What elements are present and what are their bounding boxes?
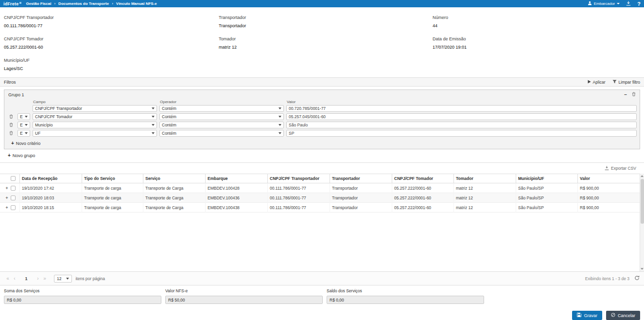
vertical-scrollbar[interactable]: [640, 174, 644, 271]
field-select[interactable]: CNPJ/CPF Tomador: [33, 113, 157, 120]
field-tomador: Tomador matriz 12: [219, 36, 433, 50]
save-icon: [577, 313, 581, 318]
cell-cnpj-transportador: 00.111.786/0001-77: [267, 193, 330, 203]
delete-criterion-button[interactable]: [7, 123, 15, 128]
field-cnpj-tomador: CNPJ/CPF Tomador 05.257.222/0001-60: [4, 36, 219, 50]
criteria-column-labels: Campo Operador Valor: [7, 100, 637, 104]
scroll-up-button[interactable]: [640, 174, 644, 178]
field-select[interactable]: Município: [33, 122, 157, 128]
filter-group-body: Campo Operador Valor CNPJ/CPF Transporta…: [4, 98, 640, 149]
column-header-embarque[interactable]: Embarque: [205, 174, 267, 183]
column-header-valor[interactable]: Valor: [577, 174, 644, 183]
logic-select[interactable]: E: [17, 122, 30, 128]
cell-tipo-servico: Transporte de carga: [82, 183, 143, 193]
column-header-cnpj-tomador[interactable]: CNPJ/CPF Tomador: [392, 174, 453, 183]
column-label-valor: Valor: [286, 100, 637, 104]
arrow-down-icon: [641, 268, 644, 270]
criterion-value-input[interactable]: [286, 122, 637, 128]
caret-down-icon: [152, 132, 155, 134]
cell-municipio-uf: São Paulo/SP: [516, 193, 577, 203]
app-logo: idFrete: [3, 1, 18, 6]
table-row[interactable]: + 19/10/2020 17:42 Transporte de carga T…: [0, 183, 644, 193]
select-all-checkbox[interactable]: [11, 176, 16, 181]
column-header-municipio-uf[interactable]: Município/UF: [516, 174, 577, 183]
refresh-button[interactable]: [634, 275, 640, 282]
expand-row-button[interactable]: +: [3, 186, 11, 191]
top-navigation-bar: idFrete Gestão Fiscal › Documentos do Tr…: [0, 0, 644, 7]
scrollbar-thumb[interactable]: [641, 179, 644, 224]
caret-down-icon: [25, 116, 28, 118]
field-label: Tomador: [219, 36, 433, 41]
caret-down-icon: [278, 124, 281, 126]
logic-select[interactable]: E: [17, 113, 30, 120]
criterion-value-input[interactable]: [286, 105, 637, 112]
total-value-input: [327, 296, 484, 304]
action-buttons: Gravar Cancelar: [0, 308, 644, 320]
scroll-down-button[interactable]: [640, 267, 644, 271]
profile-menu[interactable]: Embarcador: [588, 1, 620, 6]
help-button[interactable]: ?: [637, 1, 641, 7]
logic-select[interactable]: E: [17, 130, 30, 137]
add-group-label: Novo grupo: [13, 153, 35, 158]
criterion-value-input[interactable]: [286, 113, 637, 120]
operator-select[interactable]: Contém: [159, 113, 284, 120]
apply-filter-button[interactable]: Aplicar: [588, 80, 606, 85]
field-value: 00.111.786/0001-77: [4, 23, 219, 28]
filters-actions: Aplicar Limpar filtro: [588, 80, 640, 85]
caret-down-icon: [152, 124, 155, 126]
total-soma-servicos: Soma dos Serviços: [4, 288, 161, 304]
breadcrumb-item-documentos-transporte[interactable]: Documentos do Transporte: [58, 1, 109, 6]
grid-empty-space: [0, 213, 644, 271]
logo-mark-icon: [19, 2, 21, 4]
total-label: Soma dos Serviços: [4, 288, 161, 293]
delete-group-button[interactable]: [632, 92, 636, 97]
row-checkbox[interactable]: [11, 186, 16, 191]
field-select[interactable]: UF: [33, 130, 157, 137]
cell-data-recepcao: 19/10/2020 18:15: [19, 203, 82, 213]
column-header-data-recepcao[interactable]: Data de Recepção: [19, 174, 82, 183]
column-header-tipo-servico[interactable]: Tipo do Serviço: [82, 174, 143, 183]
table-row[interactable]: + 19/10/2020 18:03 Transporte de carga T…: [0, 193, 644, 203]
cell-cnpj-tomador: 05.257.222/0001-60: [392, 193, 453, 203]
cell-cnpj-transportador: 00.111.786/0001-77: [267, 203, 330, 213]
export-csv-button[interactable]: Exportar CSV: [0, 163, 644, 174]
operator-select[interactable]: Contém: [159, 130, 284, 137]
current-page-button[interactable]: 1: [22, 276, 31, 281]
cell-tomador: matriz 12: [453, 183, 516, 193]
criterion-value-input[interactable]: [286, 130, 637, 137]
field-label: Transportador: [219, 15, 433, 20]
delete-criterion-button[interactable]: [7, 114, 15, 120]
last-page-button[interactable]: »: [41, 276, 48, 281]
breadcrumb-item-gestao-fiscal[interactable]: Gestão Fiscal: [26, 1, 51, 6]
column-header-tomador[interactable]: Tomador: [453, 174, 516, 183]
download-icon: [626, 1, 631, 7]
column-header-servico[interactable]: Serviço: [143, 174, 205, 183]
next-page-button[interactable]: ›: [35, 276, 41, 281]
operator-select[interactable]: Contém: [159, 122, 284, 128]
row-checkbox[interactable]: [11, 205, 16, 210]
first-page-button[interactable]: «: [4, 276, 11, 281]
download-button[interactable]: [626, 1, 631, 7]
save-button[interactable]: Gravar: [572, 311, 602, 320]
cancel-button[interactable]: Cancelar: [606, 311, 640, 320]
filter-icon: [612, 80, 617, 85]
cell-tomador: matriz 12: [453, 203, 516, 213]
row-checkbox[interactable]: [11, 196, 16, 200]
clear-filter-label: Limpar filtro: [619, 80, 640, 85]
table-row[interactable]: + 19/10/2020 18:15 Transporte de carga T…: [0, 203, 644, 213]
prev-page-button[interactable]: ‹: [11, 276, 18, 281]
page-size-select[interactable]: 12: [54, 275, 72, 283]
expand-row-button[interactable]: +: [3, 205, 11, 210]
cell-transportador: Transportador: [330, 203, 392, 213]
expand-row-button[interactable]: +: [3, 196, 11, 200]
column-header-cnpj-transportador[interactable]: CNPJ/CPF Transportador: [267, 174, 330, 183]
collapse-group-button[interactable]: −: [624, 93, 627, 97]
delete-criterion-button[interactable]: [7, 131, 15, 136]
operator-select[interactable]: Contém: [159, 105, 284, 112]
field-select[interactable]: CNPJ/CPF Transportador: [33, 105, 157, 112]
add-criterion-button[interactable]: + Novo critério: [7, 138, 637, 149]
refresh-icon: [634, 275, 640, 282]
column-header-transportador[interactable]: Transportador: [330, 174, 392, 183]
clear-filter-button[interactable]: Limpar filtro: [612, 80, 640, 85]
add-group-button[interactable]: + Novo grupo: [0, 149, 644, 161]
